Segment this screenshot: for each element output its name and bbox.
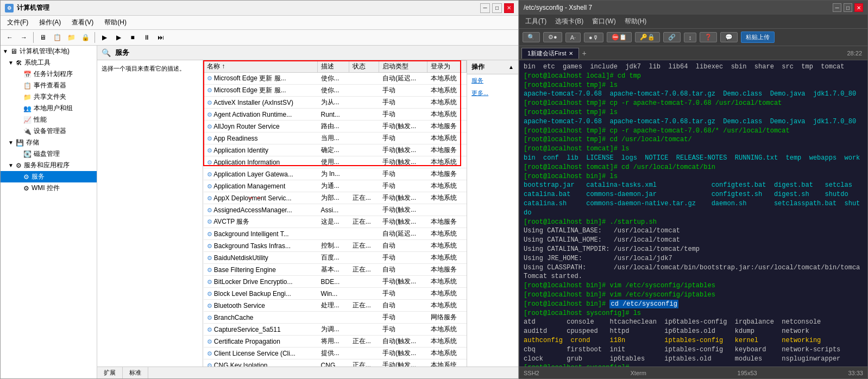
pause-button[interactable]: ⏸ [141, 31, 153, 43]
maximize-button[interactable]: □ [492, 3, 502, 13]
menu-view[interactable]: 查看(V) [70, 17, 96, 28]
svc-status-cell [349, 97, 379, 109]
table-row[interactable]: ⚙ AppX Deployment Servic... 为部... 正在... … [204, 192, 467, 204]
ops-services[interactable]: 服务 [467, 74, 518, 87]
xshell-tb-question[interactable]: ❓ [700, 32, 717, 42]
sidebar-performance[interactable]: 📈 性能 [1, 114, 97, 125]
sidebar-system-tools[interactable]: ▼ 🛠 系统工具 [1, 57, 97, 68]
sidebar-services[interactable]: ⚙ 服务 [1, 171, 97, 182]
stop-button[interactable]: ■ [127, 31, 139, 43]
skip-button[interactable]: ⏭ [155, 31, 167, 43]
xshell-tab-add[interactable]: + [579, 48, 590, 59]
sidebar-event-viewer[interactable]: 📋 事件查看器 [1, 80, 97, 91]
table-row[interactable]: ⚙ Application Layer Gatewa... 为 In... 手动… [204, 168, 467, 180]
table-row[interactable]: ⚙ ActiveX Installer (AxInstSV) 为从... 手动 … [204, 97, 467, 109]
xshell-tab-first[interactable]: 1新建会话First ✕ [521, 48, 579, 59]
play-button[interactable]: ▶ [98, 31, 110, 43]
xshell-menu-tab[interactable]: 选项卡(B) [553, 16, 585, 27]
play2-button[interactable]: ▶ [112, 31, 124, 43]
menu-action[interactable]: 操作(A) [37, 17, 63, 28]
xshell-menu-help[interactable]: 帮助(H) [623, 16, 649, 27]
close-button[interactable]: ✕ [504, 3, 514, 13]
xshell-tb-search[interactable]: 🔍 [523, 32, 540, 42]
sidebar-storage[interactable]: ▼ 💾 存储 [1, 137, 97, 148]
sidebar-services-apps[interactable]: ▼ ⚙ 服务和应用程序 [1, 160, 97, 171]
xshell-minimize[interactable]: ─ [833, 3, 841, 12]
col-name[interactable]: 名称 ↑ [204, 61, 318, 73]
minimize-button[interactable]: ─ [480, 3, 490, 13]
xshell-tab-close-icon[interactable]: ✕ [569, 50, 573, 56]
xshell-menu-tools[interactable]: 工具(T) [524, 16, 548, 27]
svc-status-cell: 正在... [349, 336, 379, 348]
toolbar-separator-2 [95, 32, 95, 43]
table-row[interactable]: ⚙ AssignedAccessManager... Assi... 手动(触发… [204, 204, 467, 216]
terminal-line: [root@localhost sysconfig]# ls [524, 309, 863, 318]
svc-login-cell: 本地系统 [427, 252, 467, 264]
menu-help[interactable]: 帮助(H) [102, 17, 129, 28]
table-row[interactable]: ⚙ Application Management 为通... 手动 本地系统 [204, 180, 467, 192]
table-row[interactable]: ⚙ CNG Key Isolation CNG... 正在... 手动(触发..… [204, 359, 467, 367]
sidebar-task-scheduler[interactable]: 📅 任务计划程序 [1, 68, 97, 80]
status-tab-extended[interactable]: 扩展 [97, 367, 123, 378]
col-startup[interactable]: 启动类型 [379, 61, 427, 73]
xshell-tb-link[interactable]: 🔗 [663, 32, 681, 42]
clipboard-button[interactable]: 📋 [51, 31, 63, 43]
terminal-output[interactable]: bin etc games include jdk7 lib lib64 lib… [519, 60, 867, 367]
col-status[interactable]: 状态 [349, 61, 379, 73]
table-row[interactable]: ⚙ Client License Service (Cli... 提供... 手… [204, 348, 467, 359]
table-row[interactable]: ⚙ Application Information 使用... 手动(触发...… [204, 156, 467, 168]
table-row[interactable]: ⚙ Background Intelligent T... 自动(延迟... 本… [204, 228, 467, 240]
tree-root[interactable]: ▼ 🖥 计算机管理(本地) [1, 46, 97, 57]
table-row[interactable]: ⚙ AllJoyn Router Service 路由... 手动(触发... … [204, 121, 467, 132]
table-row[interactable]: ⚙ Base Filtering Engine 基本... 正在... 自动 本… [204, 264, 467, 276]
sidebar-disk-management[interactable]: 💽 磁盘管理 [1, 148, 97, 160]
xshell-maximize[interactable]: □ [844, 3, 852, 12]
computer-button[interactable]: 🖥 [37, 31, 49, 43]
xshell-upload-button[interactable]: 粘贴上传 [741, 31, 775, 43]
table-row[interactable]: ⚙ Certificate Propagation 将用... 正在... 自动… [204, 336, 467, 348]
back-button[interactable]: ← [4, 31, 16, 43]
task-icon: 📅 [23, 71, 32, 78]
terminal-line: Using CATALINA_TMPDIR: /usr/local/tomcat… [524, 245, 863, 254]
sidebar-local-users[interactable]: 👥 本地用户和组 [1, 103, 97, 114]
table-row[interactable]: ⚙ BitLocker Drive Encryptio... BDE... 手动… [204, 276, 467, 288]
ops-more[interactable]: 更多... [467, 87, 518, 99]
sidebar-wmi[interactable]: ⚙ WMI 控件 [1, 182, 97, 194]
table-row[interactable]: ⚙ Microsoft Edge 更新 服... 使你... 自动(延迟... … [204, 73, 467, 85]
xshell-tb-key[interactable]: 🔑🔒 [635, 32, 660, 42]
table-row[interactable]: ⚙ Bluetooth Service 处理... 正在... 自动 本地系统 [204, 300, 467, 312]
xshell-tb-compose[interactable]: ⚙● [543, 32, 562, 42]
table-row[interactable]: ⚙ BranchCache 手动 网络服务 [204, 312, 467, 324]
description-panel: 选择一个项目来查看它的描述。 [97, 60, 203, 367]
folder-button[interactable]: 📁 [65, 31, 77, 43]
operations-panel: 操作 ▲ 服务 更多... [467, 60, 518, 367]
xshell-tb-a[interactable]: A· [565, 33, 581, 42]
table-row[interactable]: ⚙ Background Tasks Infras... 控制... 正在...… [204, 240, 467, 252]
svc-status-cell: 正在... [349, 300, 379, 312]
table-row[interactable]: ⚙ Microsoft Edge 更新 服... 使你... 手动 本地系统 [204, 85, 467, 97]
table-row[interactable]: ⚙ CaptureService_5a511 为调... 手动 本地系统 [204, 324, 467, 336]
menu-bar: 文件(F) 操作(A) 查看(V) 帮助(H) [1, 16, 518, 30]
xshell-tb-stop[interactable]: ⛔📋 [607, 32, 632, 42]
table-row[interactable]: ⚙ Application Identity 确定... 手动(触发... 本地… [204, 144, 467, 156]
sidebar-shared-folders[interactable]: 📁 共享文件夹 [1, 91, 97, 103]
forward-button[interactable]: → [18, 31, 30, 43]
table-row[interactable]: ⚙ Block Level Backup Engi... Win... 手动 本… [204, 288, 467, 300]
table-row[interactable]: ⚙ AVCTP 服务 这是... 正在... 手动(触发... 本地服务 [204, 216, 467, 228]
menu-file[interactable]: 文件(F) [5, 17, 30, 28]
col-desc[interactable]: 描述 [318, 61, 349, 73]
lock-button[interactable]: 🔒 [79, 31, 91, 43]
status-tab-standard[interactable]: 标准 [123, 367, 148, 378]
xshell-menu-window[interactable]: 窗口(W) [590, 16, 617, 27]
table-row[interactable]: ⚙ BaiduNetdiskUtility 百度... 手动 本地系统 [204, 252, 467, 264]
table-row[interactable]: ⚙ Agent Activation Runtime... Runt... 手动… [204, 109, 467, 121]
table-row[interactable]: ⚙ App Readiness 当用... 手动 本地系统 [204, 132, 467, 144]
xshell-tb-chat[interactable]: 💬 [720, 32, 738, 42]
svc-startup-cell: 手动(触发... [379, 276, 427, 288]
xshell-tb-rec[interactable]: ●🎙 [584, 33, 603, 42]
xshell-tb-arrow[interactable]: ↕ [684, 33, 697, 42]
xshell-close[interactable]: ✕ [854, 3, 863, 12]
svc-name-cell: ⚙ Block Level Backup Engi... [204, 288, 318, 300]
sidebar-device-manager[interactable]: 🔌 设备管理器 [1, 125, 97, 137]
col-login[interactable]: 登录为 [427, 61, 467, 73]
